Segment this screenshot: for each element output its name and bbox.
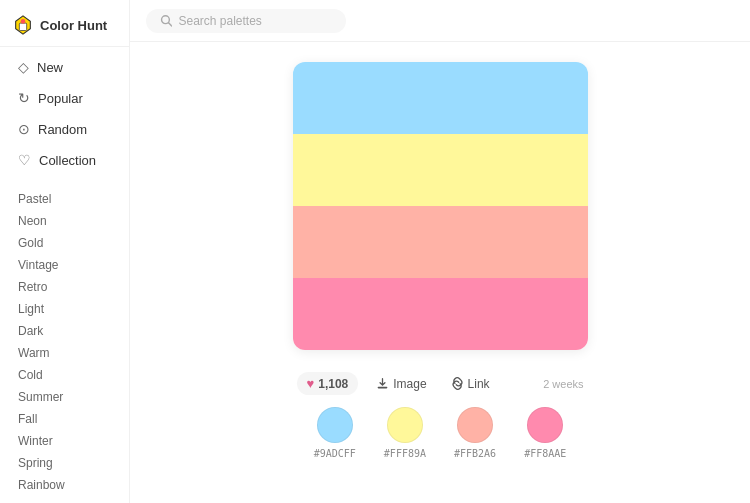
heart-icon: ♥ [307, 376, 315, 391]
nav-popular-label: Popular [38, 91, 83, 106]
main-content: ♥ 1,108 Image Link 2 weeks #9ADCFF #FFF8… [130, 42, 750, 503]
swatch-4[interactable]: #FF8AAE [524, 407, 566, 459]
tag-vintage[interactable]: Vintage [0, 254, 129, 276]
download-icon [376, 377, 389, 390]
search-input[interactable] [178, 14, 332, 28]
tag-summer[interactable]: Summer [0, 386, 129, 408]
swatch-circle-2 [387, 407, 423, 443]
swatch-label-1: #9ADCFF [314, 448, 356, 459]
tag-pastel[interactable]: Pastel [0, 188, 129, 210]
nav-popular[interactable]: ↻ Popular [6, 83, 123, 113]
svg-line-4 [169, 23, 172, 26]
nav-new[interactable]: ◇ New [6, 52, 123, 82]
swatches-row: #9ADCFF #FFF89A #FFB2A6 #FF8AAE [293, 407, 588, 459]
nav-collection[interactable]: ♡ Collection [6, 145, 123, 175]
link-icon [451, 377, 464, 390]
stripe-3 [293, 206, 588, 278]
sidebar: Color Hunt ◇ New ↻ Popular ⊙ Random ♡ Co… [0, 0, 130, 503]
tag-warm[interactable]: Warm [0, 342, 129, 364]
swatch-3[interactable]: #FFB2A6 [454, 407, 496, 459]
swatch-label-4: #FF8AAE [524, 448, 566, 459]
search-bar [146, 9, 346, 33]
image-label: Image [393, 377, 426, 391]
stripe-4 [293, 278, 588, 350]
tag-rainbow[interactable]: Rainbow [0, 474, 129, 496]
popular-icon: ↻ [18, 90, 30, 106]
nav-random[interactable]: ⊙ Random [6, 114, 123, 144]
svg-rect-1 [19, 23, 26, 30]
swatch-circle-4 [527, 407, 563, 443]
palette-stripes [293, 62, 588, 350]
time-label: 2 weeks [543, 378, 583, 390]
swatch-label-2: #FFF89A [384, 448, 426, 459]
stripe-2 [293, 134, 588, 206]
search-icon [160, 14, 172, 27]
swatch-1[interactable]: #9ADCFF [314, 407, 356, 459]
link-button[interactable]: Link [445, 373, 496, 395]
nav-menu: ◇ New ↻ Popular ⊙ Random ♡ Collection [0, 51, 129, 176]
tag-dark[interactable]: Dark [0, 320, 129, 342]
random-icon: ⊙ [18, 121, 30, 137]
logo-icon [12, 14, 34, 36]
svg-rect-5 [378, 387, 388, 389]
tag-spring[interactable]: Spring [0, 452, 129, 474]
tag-neon[interactable]: Neon [0, 210, 129, 232]
likes-count: 1,108 [318, 377, 348, 391]
tag-winter[interactable]: Winter [0, 430, 129, 452]
tag-list: Pastel Neon Gold Vintage Retro Light Dar… [0, 188, 129, 496]
image-button[interactable]: Image [370, 373, 432, 395]
tag-cold[interactable]: Cold [0, 364, 129, 386]
palette-footer: ♥ 1,108 Image Link 2 weeks [293, 362, 588, 397]
swatch-circle-1 [317, 407, 353, 443]
nav-new-label: New [37, 60, 63, 75]
tag-retro[interactable]: Retro [0, 276, 129, 298]
link-label: Link [468, 377, 490, 391]
svg-point-2 [21, 19, 26, 24]
swatch-label-3: #FFB2A6 [454, 448, 496, 459]
swatch-2[interactable]: #FFF89A [384, 407, 426, 459]
tag-gold[interactable]: Gold [0, 232, 129, 254]
swatch-circle-3 [457, 407, 493, 443]
header [130, 0, 750, 42]
nav-random-label: Random [38, 122, 87, 137]
collection-icon: ♡ [18, 152, 31, 168]
nav-collection-label: Collection [39, 153, 96, 168]
logo-area: Color Hunt [0, 8, 129, 47]
tag-fall[interactable]: Fall [0, 408, 129, 430]
palette-card[interactable] [293, 62, 588, 350]
app-title: Color Hunt [40, 18, 107, 33]
tag-light[interactable]: Light [0, 298, 129, 320]
likes-button[interactable]: ♥ 1,108 [297, 372, 359, 395]
new-icon: ◇ [18, 59, 29, 75]
stripe-1 [293, 62, 588, 134]
